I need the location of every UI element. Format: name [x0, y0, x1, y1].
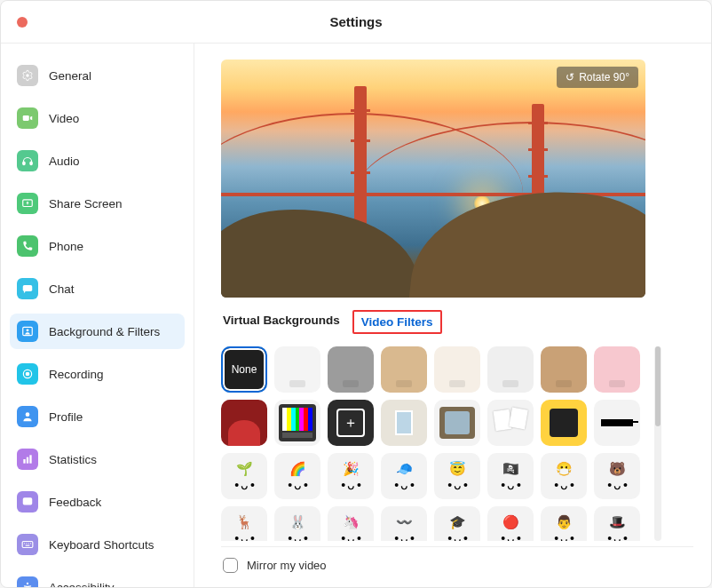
sidebar-item-label: Statistics [49, 453, 97, 466]
sidebar-item-label: Audio [49, 155, 80, 168]
sidebar-item-audio[interactable]: Audio [10, 143, 185, 179]
sidebar-item-share-screen[interactable]: Share Screen [10, 186, 185, 221]
rotate-label: Rotate 90° [579, 71, 629, 83]
sidebar-item-phone[interactable]: Phone [10, 228, 185, 264]
svg-rect-2 [23, 162, 25, 165]
filter-antlers[interactable]: 🦌• ᴗ • [221, 506, 267, 541]
filter-beret[interactable]: 🔴• ᴗ • [487, 506, 534, 541]
svg-point-23 [27, 583, 28, 584]
filter-polaroids[interactable] [487, 400, 534, 446]
accessibility-icon [17, 576, 38, 587]
filter-sprout[interactable]: 🌱• ᴗ • [221, 453, 267, 499]
sidebar-item-label: Recording [49, 368, 104, 381]
filter-focus-frame[interactable]: ＋ [328, 400, 374, 446]
preview-bridge-tower [354, 86, 367, 228]
sidebar-item-accessibility[interactable]: Accessibility [10, 569, 185, 587]
sidebar-item-label: General [49, 69, 91, 83]
svg-point-7 [27, 329, 29, 331]
filter-none[interactable]: None [221, 346, 267, 393]
sidebar-item-label: Keyboard Shortcuts [49, 538, 154, 552]
sidebar-item-video[interactable]: Video [10, 100, 185, 136]
sidebar-item-general[interactable]: General [10, 58, 185, 93]
video-icon [17, 107, 38, 129]
filter-tint-1[interactable] [274, 346, 320, 393]
filter-halo[interactable]: 😇• ᴗ • [434, 453, 480, 499]
filter-room-window[interactable] [381, 400, 427, 446]
settings-body: GeneralVideoAudioShare ScreenPhoneChatBa… [1, 44, 711, 587]
filter-tint-3[interactable] [381, 346, 427, 393]
sidebar-item-label: Background & Filters [49, 325, 160, 338]
svg-point-10 [26, 412, 30, 417]
tab-virtual-backgrounds[interactable]: Virtual Backgrounds [221, 310, 342, 334]
filter-bowler-hat[interactable]: 🎩• ᴗ • [594, 506, 640, 541]
filters-grid: None＋🌱• ᴗ •🌈• ᴗ •🎉• ᴗ •🧢• ᴗ •😇• ᴗ •🏴‍☠️•… [221, 346, 645, 541]
svg-rect-11 [23, 459, 25, 464]
background-filters-icon [17, 321, 38, 342]
sidebar-item-label: Accessibility [49, 581, 115, 588]
sidebar-item-recording[interactable]: Recording [10, 356, 185, 392]
filter-theater[interactable] [221, 400, 267, 446]
filter-party-hat[interactable]: 🎉• ᴗ • [328, 453, 374, 499]
sidebar-item-background-filters[interactable]: Background & Filters [10, 314, 185, 349]
feedback-icon [17, 491, 38, 513]
settings-window: Settings GeneralVideoAudioShare ScreenPh… [0, 0, 712, 588]
general-icon [17, 65, 38, 86]
filter-unicorn[interactable]: 🦄• ᴗ • [328, 506, 374, 541]
filter-crt-tv[interactable] [434, 400, 480, 446]
filter-bandana[interactable]: 🏴‍☠️• ᴗ • [487, 453, 534, 499]
profile-icon [17, 406, 38, 427]
filter-bunny-ears[interactable]: 🐰• ᴗ • [274, 506, 320, 541]
filter-bear-ears[interactable]: 🐻• ᴗ • [594, 453, 640, 499]
svg-point-20 [28, 543, 29, 544]
tab-video-filters[interactable]: Video Filters [352, 310, 442, 334]
filter-tv-bars[interactable] [274, 400, 320, 446]
main-panel: ↺ Rotate 90° Virtual Backgrounds Video F… [194, 44, 711, 587]
filter-tint-7[interactable] [594, 346, 640, 393]
filter-tint-4[interactable] [434, 346, 480, 393]
rotate-90-button[interactable]: ↺ Rotate 90° [557, 67, 638, 88]
sidebar-item-statistics[interactable]: Statistics [10, 441, 185, 477]
sidebar: GeneralVideoAudioShare ScreenPhoneChatBa… [1, 44, 194, 587]
filter-tint-5[interactable] [487, 346, 534, 393]
svg-rect-3 [30, 162, 32, 165]
close-window-button[interactable] [17, 17, 28, 28]
sidebar-item-label: Profile [49, 410, 83, 424]
filter-tint-2[interactable] [328, 346, 374, 393]
svg-point-19 [26, 543, 27, 544]
mirror-video-checkbox[interactable] [223, 558, 238, 573]
filter-grad-cap[interactable]: 🎓• ᴗ • [434, 506, 480, 541]
sidebar-item-label: Share Screen [49, 197, 123, 211]
svg-rect-1 [23, 115, 29, 121]
filter-rainbow[interactable]: 🌈• ᴗ • [274, 453, 320, 499]
filter-tint-6[interactable] [541, 346, 587, 393]
video-preview: ↺ Rotate 90° [221, 60, 645, 298]
filters-scrollbar[interactable] [654, 346, 661, 541]
svg-point-21 [30, 543, 31, 544]
recording-icon [17, 363, 38, 385]
svg-point-15 [25, 500, 27, 502]
filters-container: None＋🌱• ᴗ •🌈• ᴗ •🎉• ᴗ •🧢• ᴗ •😇• ᴗ •🏴‍☠️•… [221, 346, 693, 541]
sidebar-item-label: Phone [49, 240, 83, 253]
svg-point-9 [26, 372, 29, 376]
filter-mustache[interactable]: 👨• ᴗ • [541, 506, 587, 541]
sidebar-item-profile[interactable]: Profile [10, 399, 185, 434]
svg-rect-5 [23, 285, 33, 291]
sidebar-item-keyboard-shortcuts[interactable]: Keyboard Shortcuts [10, 527, 185, 562]
filter-deal-with-it[interactable] [594, 400, 640, 446]
svg-rect-12 [27, 457, 28, 464]
statistics-icon [17, 449, 38, 470]
audio-icon [17, 150, 38, 171]
footer: Mirror my video [221, 546, 693, 580]
svg-rect-22 [26, 545, 30, 546]
mirror-video-label: Mirror my video [247, 559, 327, 572]
filter-eyebrows[interactable]: 〰️• ᴗ • [381, 506, 427, 541]
filter-medical-mask[interactable]: 😷• ᴗ • [541, 453, 587, 499]
rotate-icon: ↺ [566, 71, 574, 83]
sidebar-item-chat[interactable]: Chat [10, 271, 185, 306]
filter-cap[interactable]: 🧢• ᴗ • [381, 453, 427, 499]
chat-icon [17, 278, 38, 299]
keyboard-shortcuts-icon [17, 534, 38, 555]
sidebar-item-feedback[interactable]: Feedback [10, 484, 185, 520]
filter-emoji-frame[interactable] [541, 400, 587, 446]
svg-rect-13 [29, 455, 31, 463]
